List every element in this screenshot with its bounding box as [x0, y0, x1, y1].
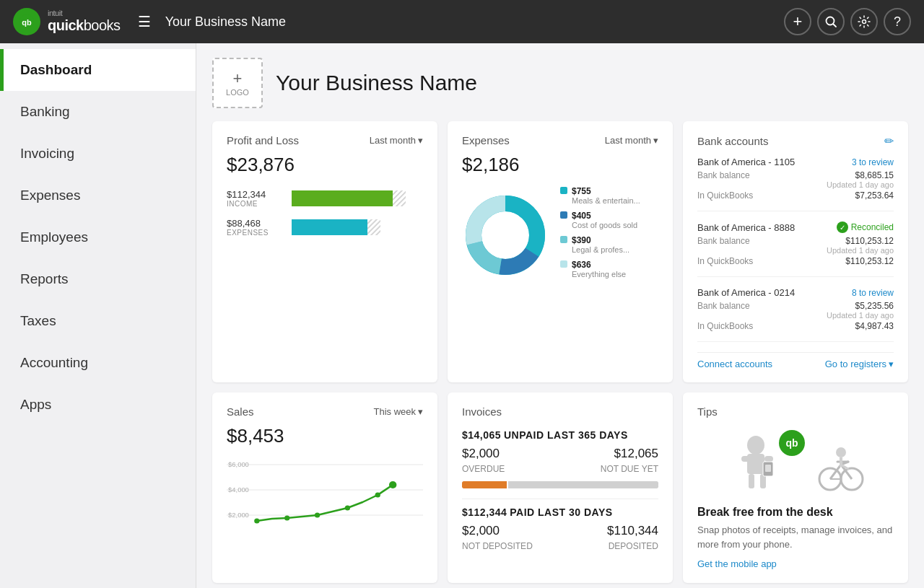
sales-filter[interactable]: This week ▾	[373, 406, 423, 417]
bank-account-top-0: Bank of America - 1105 3 to review	[697, 157, 894, 167]
svg-point-23	[747, 436, 764, 455]
tips-mobile-app-link[interactable]: Get the mobile app	[697, 558, 777, 569]
invoice-unpaid-header: $14,065 UNPAID LAST 365 DAYS	[462, 429, 658, 441]
svg-rect-30	[765, 465, 771, 472]
expenses-bar-row: $88,468 EXPENSES	[227, 218, 423, 237]
svg-point-21	[375, 493, 380, 498]
bank-updated-1a: Updated 1 day ago	[827, 246, 894, 255]
bank-edit-icon[interactable]: ✏	[884, 134, 894, 148]
expenses-total: $2,186	[462, 154, 658, 176]
profit-loss-filter[interactable]: Last month ▾	[370, 135, 423, 146]
sales-header: Sales This week ▾	[227, 405, 423, 418]
bank-account-row-0: Bank of America - 1105 3 to review Bank …	[697, 157, 894, 211]
bank-balance-row-2b: In QuickBooks $4,987.43	[697, 321, 894, 331]
business-name-heading: Your Business Name	[276, 71, 477, 95]
sidebar-item-expenses[interactable]: Expenses	[0, 175, 196, 216]
sidebar-item-apps[interactable]: Apps	[0, 384, 196, 426]
expenses-label: EXPENSES	[227, 229, 284, 237]
expenses-card: Expenses Last month ▾ $2,186	[448, 121, 673, 382]
svg-point-2	[827, 17, 834, 25]
legend-dot-2	[560, 236, 567, 243]
invoice-notdue-label: NOT DUE YET	[601, 464, 658, 474]
svg-rect-25	[741, 456, 750, 462]
logo-plus-icon: +	[233, 69, 243, 88]
bank-balance-val-0b: $7,253.64	[855, 190, 894, 201]
bank-balance-row-0a: Bank balance $8,685.15 Updated 1 day ago	[697, 170, 894, 189]
sidebar-item-accounting[interactable]: Accounting	[0, 342, 196, 384]
bank-balance-row-0b: In QuickBooks $7,253.64	[697, 190, 894, 201]
goto-registers-link[interactable]: Go to registers ▾	[825, 359, 894, 369]
legend-amount-2: $390	[572, 235, 629, 245]
invoice-bar-notdue	[508, 481, 658, 488]
tips-content: qb	[697, 425, 894, 570]
expenses-bar-track	[292, 219, 423, 235]
income-bar-track	[292, 190, 423, 206]
invoice-paid-header: $112,344 PAID LAST 30 DAYS	[462, 506, 658, 518]
bank-reconciled-1: ✓ Reconciled	[837, 221, 894, 233]
invoice-deposited-row: $2,000 $110,344	[462, 524, 658, 538]
tips-card-desc: Snap photos of receipts, manage invoices…	[697, 523, 894, 551]
bank-balance-label-2b: In QuickBooks	[697, 321, 753, 331]
bank-account-row-2: Bank of America - 0214 8 to review Bank …	[697, 287, 894, 342]
reconciled-check-icon: ✓	[837, 221, 848, 233]
settings-button[interactable]	[850, 8, 878, 35]
invoice-paid-label: PAID LAST 30 DAYS	[510, 506, 612, 518]
sidebar: Dashboard Banking Invoicing Expenses Emp…	[0, 43, 196, 588]
sidebar-label-reports: Reports	[20, 271, 69, 287]
bank-accounts-card: Bank accounts ✏ Bank of America - 1105 3…	[683, 121, 908, 382]
expenses-filter[interactable]: Last month ▾	[605, 135, 658, 146]
legend-item-3: $636 Everything else	[560, 260, 658, 278]
legend-amount-0: $755	[572, 186, 640, 196]
invoices-title: Invoices	[462, 405, 502, 418]
invoice-deposited: $110,344	[607, 524, 658, 538]
sidebar-item-banking[interactable]: Banking	[0, 91, 196, 133]
logo-upload-box[interactable]: + LOGO	[212, 58, 263, 108]
invoice-bar-overdue	[462, 481, 507, 488]
bank-actions: Connect accounts Go to registers ▾	[697, 352, 894, 369]
svg-rect-27	[749, 474, 754, 488]
sidebar-label-banking: Banking	[20, 104, 70, 120]
bank-balance-val-1a: $110,253.12	[845, 236, 894, 246]
invoice-deposited-labels: NOT DEPOSITED DEPOSITED	[462, 541, 658, 551]
legend-dot-0	[560, 187, 567, 194]
expenses-label-area: $88,468 EXPENSES	[227, 218, 284, 237]
sidebar-item-reports[interactable]: Reports	[0, 258, 196, 300]
search-button[interactable]	[817, 8, 845, 35]
invoice-labels-row: OVERDUE NOT DUE YET	[462, 464, 658, 474]
svg-point-20	[345, 506, 350, 511]
header: qb intuit quickbooks ☰ Your Business Nam…	[0, 0, 924, 43]
sidebar-item-employees[interactable]: Employees	[0, 216, 196, 258]
svg-point-40	[836, 447, 846, 457]
sidebar-item-invoicing[interactable]: Invoicing	[0, 133, 196, 175]
legend-dot-3	[560, 260, 567, 268]
connect-accounts-link[interactable]: Connect accounts	[697, 359, 772, 369]
invoice-paid-amount: $112,344	[462, 506, 507, 518]
hamburger-button[interactable]: ☰	[138, 13, 151, 30]
bank-balance-val-0a: $8,685.15	[855, 170, 894, 180]
sidebar-label-invoicing: Invoicing	[20, 146, 74, 162]
invoice-overdue-label: OVERDUE	[462, 464, 505, 474]
business-header: + LOGO Your Business Name	[212, 58, 908, 108]
sidebar-label-employees: Employees	[20, 229, 88, 245]
bank-account-name-1: Bank of America - 8888	[697, 222, 795, 233]
expenses-bar-fill	[292, 219, 367, 235]
svg-rect-26	[764, 456, 773, 462]
profit-loss-title: Profit and Loss	[227, 134, 299, 146]
svg-text:$4,000: $4,000	[228, 486, 249, 493]
bank-review-link-0[interactable]: 3 to review	[852, 157, 894, 167]
bank-account-name-2: Bank of America - 0214	[697, 287, 795, 298]
bank-balance-label-2a: Bank balance	[697, 301, 750, 320]
invoice-unpaid-amount: $14,065	[462, 429, 501, 441]
tips-header: Tips	[697, 405, 894, 418]
invoice-not-deposited-label: NOT DEPOSITED	[462, 541, 533, 551]
bank-account-row-1: Bank of America - 8888 ✓ Reconciled Bank…	[697, 221, 894, 277]
sidebar-item-dashboard[interactable]: Dashboard	[0, 49, 196, 91]
help-button[interactable]: ?	[884, 8, 911, 35]
add-button[interactable]: +	[784, 8, 811, 35]
invoice-not-deposited: $2,000	[462, 524, 500, 538]
bank-review-link-2[interactable]: 8 to review	[852, 288, 894, 298]
logo-box-label: LOGO	[226, 88, 249, 97]
bank-balance-val-2a: $5,235.56	[855, 301, 894, 311]
sidebar-item-taxes[interactable]: Taxes	[0, 300, 196, 342]
bank-balance-val-2b: $4,987.43	[855, 321, 894, 331]
